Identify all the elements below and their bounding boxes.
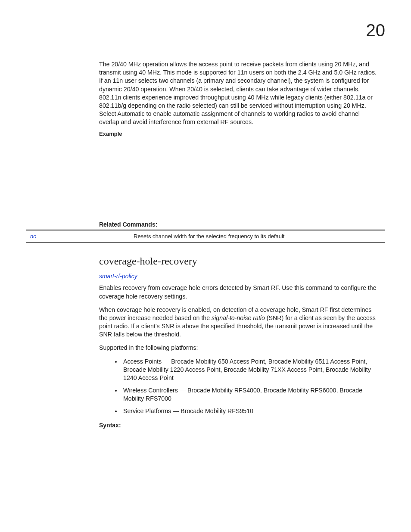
policy-link[interactable]: smart-rf-policy	[99, 273, 137, 280]
document-page: 20 The 20/40 MHz operation allows the ac…	[0, 0, 411, 532]
related-commands-table: no Resets channel width for the selected…	[26, 230, 385, 243]
example-heading: Example	[99, 131, 381, 137]
section-content: coverage-hole-recovery smart-rf-policy E…	[99, 255, 381, 428]
related-command-name[interactable]: no	[26, 233, 120, 240]
syntax-heading: Syntax:	[99, 422, 381, 429]
list-item: Service Platforms — Brocade Mobility RFS…	[121, 407, 381, 415]
platforms-list: Access Points — Brocade Mobility 650 Acc…	[99, 358, 381, 416]
intro-paragraph: The 20/40 MHz operation allows the acces…	[99, 60, 381, 126]
list-item: Access Points — Brocade Mobility 650 Acc…	[121, 358, 381, 383]
supported-platforms-label: Supported in the following platforms:	[99, 344, 381, 352]
list-item: Wireless Controllers — Brocade Mobility …	[121, 386, 381, 403]
section-paragraph-1: Enables recovery from coverage hole erro…	[99, 284, 381, 300]
p2-italic-term: signal-to-noise ratio	[212, 314, 265, 321]
chapter-number: 20	[366, 21, 386, 40]
section-heading: coverage-hole-recovery	[99, 255, 381, 267]
section-paragraph-2: When coverage hole recovery is enabled, …	[99, 306, 381, 339]
content-column: The 20/40 MHz operation allows the acces…	[99, 60, 381, 228]
related-command-desc: Resets channel width for the selected fr…	[120, 233, 385, 240]
related-commands-heading: Related Commands:	[99, 221, 381, 228]
table-row: no Resets channel width for the selected…	[26, 230, 385, 243]
